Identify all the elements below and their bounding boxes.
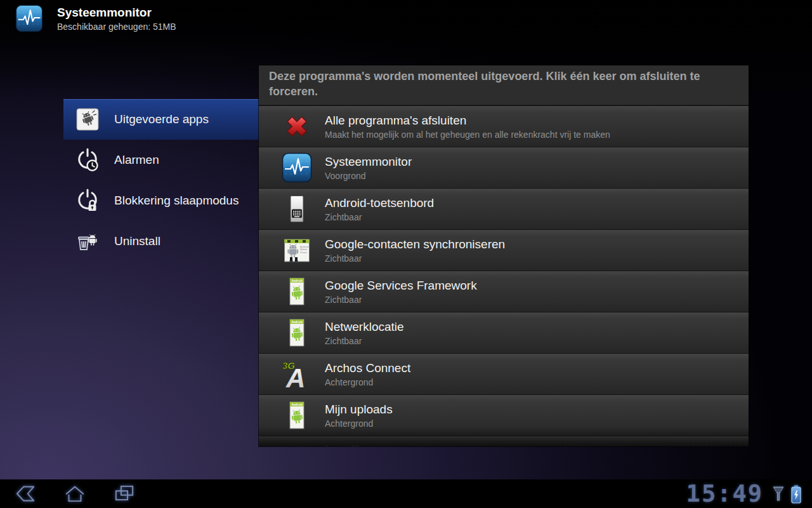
- app-status: Maakt het mogelijk om al het geheugen en…: [325, 130, 610, 140]
- app-status: Zichtbaar: [325, 336, 404, 346]
- sidebar-item-label: Alarmen: [114, 153, 159, 167]
- app-list: Alle programma's afsluiten Maakt het mog…: [259, 106, 749, 447]
- app-row-text: Google-contacten synchroniseren Zichtbaa…: [325, 237, 505, 264]
- app-status: Achtergrond: [325, 418, 393, 429]
- app-name: Archos Connect: [325, 361, 410, 375]
- sleep-block-icon: [75, 188, 100, 213]
- svg-text:Android: Android: [291, 403, 303, 406]
- sidebar: Uitgevoerde apps Alarmen Blokkering slaa…: [63, 99, 259, 262]
- recent-apps-icon: [110, 483, 138, 505]
- signal-icon: [772, 486, 785, 502]
- home-button[interactable]: [57, 479, 93, 508]
- svg-text:Android: Android: [291, 279, 303, 283]
- app-row-text: Mijn uploads Achtergrond: [325, 403, 393, 429]
- app-row-text: Alle programma's afsluiten Maakt het mog…: [325, 114, 610, 140]
- app-name: Google Services Framework: [325, 279, 477, 293]
- app-status: Achtergrond: [325, 377, 410, 387]
- action-bar: Systeemmonitor Beschikbaar geheugen: 51M…: [0, 0, 176, 37]
- sidebar-item-uninstall[interactable]: Uninstall: [63, 221, 259, 262]
- app-row-systeemmonitor[interactable]: Systeemmonitor Voorgrond: [259, 147, 749, 189]
- running-apps-icon: [75, 107, 100, 132]
- sidebar-item-uitgevoerde-apps[interactable]: Uitgevoerde apps: [63, 99, 259, 140]
- uninstall-icon: [75, 229, 100, 254]
- app-row-google-services-framework[interactable]: Android Google Services Framework Zichtb…: [259, 271, 749, 312]
- app-row-android-toetsenbord[interactable]: Android-toetsenbord Zichtbaar: [259, 189, 749, 230]
- app-name: Google-contacten synchroniseren: [325, 237, 505, 251]
- sidebar-item-label: Blokkering slaapmodus: [114, 194, 239, 208]
- app-status: Zichtbaar: [325, 295, 477, 305]
- svg-text:Android: Android: [300, 246, 308, 248]
- home-icon: [61, 483, 89, 505]
- android-apk-icon: Android: [282, 400, 312, 431]
- status-cluster: 15:49: [686, 479, 812, 508]
- screen: Systeemmonitor Beschikbaar geheugen: 51M…: [0, 0, 812, 508]
- app-row-alle-programma-s-afsluiten[interactable]: Alle programma's afsluiten Maakt het mog…: [259, 106, 749, 147]
- app-row-text: Instellingen: [325, 443, 386, 446]
- system-monitor-icon: [282, 152, 312, 183]
- app-row-archos-connect[interactable]: 3GA Archos Connect Achtergrond: [259, 354, 749, 395]
- app-row-text: Google Services Framework Zichtbaar: [325, 279, 477, 305]
- svg-text:Android: Android: [291, 321, 303, 324]
- app-title: Systeemmonitor: [57, 6, 176, 20]
- app-name: Instellingen: [325, 443, 386, 446]
- archos-3g-icon: 3GA: [282, 359, 312, 389]
- panel-header: Deze programma's worden momenteel uitgev…: [259, 65, 749, 106]
- sidebar-item-label: Uninstall: [114, 234, 160, 248]
- back-button[interactable]: [8, 479, 43, 508]
- alarms-icon: [75, 147, 100, 173]
- system-monitor-app-icon: [15, 4, 43, 32]
- app-row-mijn-uploads[interactable]: Android Mijn uploads Achtergrond: [259, 395, 749, 436]
- svg-text:Phone: Phone: [300, 251, 307, 254]
- app-status: Zichtbaar: [325, 212, 434, 222]
- sidebar-item-blokkering-slaapmodus[interactable]: Blokkering slaapmodus: [63, 180, 259, 221]
- sidebar-item-label: Uitgevoerde apps: [114, 112, 209, 126]
- app-row-text: Android-toetsenbord Zichtbaar: [325, 196, 434, 222]
- app-row-text: Netwerklocatie Zichtbaar: [325, 320, 404, 346]
- contacts-apk-icon: AndroidMobilePhone: [282, 235, 312, 265]
- recent-apps-button[interactable]: [107, 479, 142, 508]
- app-status: Voorgrond: [325, 171, 412, 181]
- battery-charging-icon: [790, 485, 802, 504]
- close-all-icon: [282, 111, 312, 142]
- app-name: Netwerklocatie: [325, 320, 404, 334]
- app-row-netwerklocatie[interactable]: Android Netwerklocatie Zichtbaar: [259, 312, 749, 354]
- memory-status: Beschikbaar geheugen: 51MB: [57, 22, 176, 32]
- keyboard-icon: [282, 194, 312, 224]
- svg-text:Mobile: Mobile: [300, 248, 307, 251]
- app-name: Mijn uploads: [325, 403, 393, 417]
- android-apk-icon: Android: [282, 318, 312, 348]
- app-name: Systeemmonitor: [325, 155, 412, 169]
- back-icon: [11, 483, 39, 505]
- clock: 15:49: [686, 479, 763, 508]
- app-row-text: Archos Connect Achtergrond: [325, 361, 410, 387]
- svg-text:A: A: [285, 363, 305, 389]
- app-row-text: Systeemmonitor Voorgrond: [325, 155, 412, 181]
- app-name: Alle programma's afsluiten: [325, 114, 610, 128]
- running-apps-panel: Deze programma's worden momenteel uitgev…: [259, 65, 749, 446]
- nav-buttons: [0, 479, 142, 508]
- action-bar-titles: Systeemmonitor Beschikbaar geheugen: 51M…: [57, 6, 176, 32]
- app-row-instellingen[interactable]: Instellingen: [259, 436, 749, 447]
- sidebar-item-alarmen[interactable]: Alarmen: [63, 140, 259, 180]
- system-bar: 15:49: [0, 479, 812, 508]
- settings-icon: [282, 441, 312, 446]
- app-name: Android-toetsenbord: [325, 196, 434, 210]
- android-apk-icon: Android: [282, 276, 312, 307]
- app-row-google-contacten-synchroniseren[interactable]: AndroidMobilePhone Google-contacten sync…: [259, 230, 749, 271]
- app-status: Zichtbaar: [325, 253, 505, 264]
